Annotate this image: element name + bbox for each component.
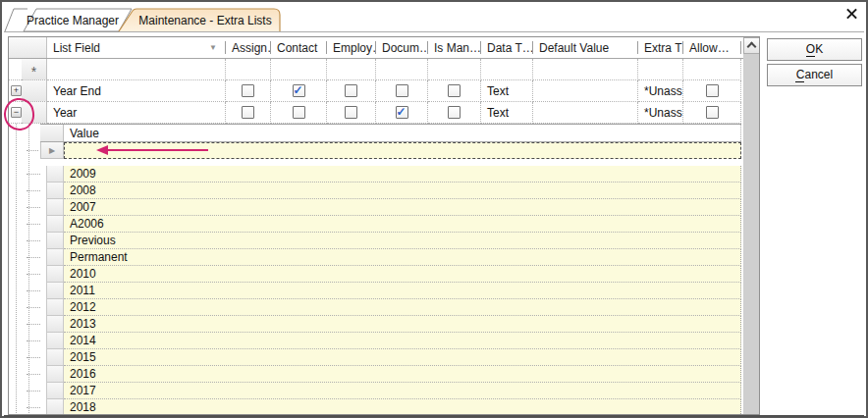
value-cell[interactable]: 2010	[64, 266, 741, 283]
is-mandatory-checkbox[interactable]	[448, 106, 461, 119]
list-field-cell[interactable]: Year End	[47, 80, 226, 102]
new-row[interactable]: *	[9, 59, 759, 80]
value-cell[interactable]: 2012	[64, 299, 741, 316]
value-row[interactable]: A2006	[46, 216, 741, 233]
value-cell[interactable]: 2014	[64, 333, 741, 349]
value-row-header[interactable]	[46, 216, 64, 233]
value-row-header[interactable]	[46, 199, 64, 216]
is-mandatory-cell[interactable]	[428, 102, 481, 124]
allow-cell[interactable]	[683, 80, 741, 102]
value-cell[interactable]: 2017	[64, 383, 741, 399]
document-checkbox[interactable]	[396, 84, 408, 97]
new-row-cell[interactable]	[481, 59, 533, 80]
value-row[interactable]: 2007	[46, 199, 741, 216]
value-row[interactable]: Previous	[46, 233, 741, 249]
assign-checkbox[interactable]	[242, 84, 254, 97]
value-cell[interactable]: 2015	[64, 349, 741, 366]
new-row-cell[interactable]	[327, 59, 376, 80]
value-row-header[interactable]	[46, 183, 64, 199]
column-header-default-value[interactable]: Default Value	[533, 37, 638, 58]
cancel-button[interactable]: Cancel	[767, 64, 862, 86]
value-row[interactable]: 2015	[46, 349, 741, 366]
value-cell[interactable]: Previous	[64, 233, 741, 249]
expand-button[interactable]: +	[11, 85, 22, 96]
value-row-header[interactable]	[46, 249, 64, 266]
employee-cell[interactable]	[327, 102, 376, 124]
document-cell[interactable]	[376, 80, 428, 102]
list-field-cell[interactable]: Year	[47, 102, 226, 124]
value-cell[interactable]: 2018	[64, 399, 741, 415]
value-row[interactable]: 2016	[46, 366, 741, 383]
column-header-is-mandatory[interactable]: Is Man…	[428, 37, 481, 58]
document-cell[interactable]	[376, 102, 428, 124]
value-cell[interactable]: Permanent	[64, 249, 741, 266]
column-header-contact[interactable]: Contact	[271, 37, 327, 58]
employee-checkbox[interactable]	[345, 84, 357, 97]
tab-practice-manager[interactable]: Practice Manager	[26, 13, 120, 28]
column-header-document[interactable]: Docum…	[376, 37, 428, 58]
value-cell[interactable]: 2011	[64, 283, 741, 299]
column-header-allow[interactable]: Allow…	[683, 37, 741, 58]
extra-type-cell[interactable]: *Unass…	[638, 80, 683, 102]
value-cell[interactable]: 2016	[64, 366, 741, 383]
default-value-cell[interactable]	[533, 80, 638, 102]
value-row-header[interactable]	[46, 366, 64, 383]
contact-cell[interactable]	[271, 102, 327, 124]
value-row[interactable]: 2011	[46, 283, 741, 299]
allow-cell[interactable]	[683, 102, 741, 124]
employee-cell[interactable]	[327, 80, 376, 102]
new-row-cell[interactable]	[638, 59, 683, 80]
value-row-header[interactable]	[46, 266, 64, 283]
contact-cell[interactable]	[271, 80, 327, 102]
value-row-header[interactable]	[46, 399, 64, 415]
employee-checkbox[interactable]	[345, 106, 357, 119]
column-header-employee[interactable]: Employ…	[327, 37, 376, 58]
value-row[interactable]: 2013	[46, 316, 741, 333]
is-mandatory-checkbox[interactable]	[448, 84, 461, 97]
value-row[interactable]: 2017	[46, 383, 741, 399]
value-cell[interactable]: 2007	[64, 199, 741, 216]
value-row[interactable]: 2008	[46, 183, 741, 199]
tab-maintenance-extra-lists[interactable]: Maintenance - Extra Lists	[136, 13, 275, 28]
value-row[interactable]: 2010	[46, 266, 741, 283]
value-cell[interactable]: 2013	[64, 316, 741, 333]
value-row[interactable]: 2009	[46, 166, 741, 183]
is-mandatory-cell[interactable]	[428, 80, 481, 102]
value-row-header[interactable]	[46, 333, 64, 349]
extra-type-cell[interactable]: *Unass…	[638, 102, 683, 124]
assign-cell[interactable]	[226, 80, 271, 102]
value-cell[interactable]: 2009	[64, 166, 741, 183]
new-row-cell[interactable]	[683, 59, 741, 80]
contact-checkbox[interactable]	[293, 84, 305, 97]
table-row-year[interactable]: − Year Text *Unass…	[9, 102, 759, 124]
value-row[interactable]: Permanent	[46, 249, 741, 266]
value-row-header[interactable]	[46, 383, 64, 399]
vertical-scrollbar[interactable]	[743, 37, 760, 414]
value-cell[interactable]: 2008	[64, 183, 741, 199]
value-row[interactable]: 2012	[46, 299, 741, 316]
value-cell[interactable]: A2006	[64, 216, 741, 233]
new-row-cell[interactable]	[47, 59, 226, 80]
default-value-cell[interactable]	[533, 102, 638, 124]
new-row-cell[interactable]	[376, 59, 428, 80]
allow-checkbox[interactable]	[706, 106, 719, 119]
value-row[interactable]: 2018	[46, 399, 741, 415]
value-row-header[interactable]	[46, 283, 64, 299]
scroll-up-button[interactable]	[743, 37, 760, 54]
column-header-list-field[interactable]: List Field ▼	[47, 37, 226, 58]
value-row[interactable]: 2014	[46, 333, 741, 349]
value-row-header[interactable]	[46, 233, 64, 249]
column-header-value[interactable]: Value	[64, 125, 741, 141]
allow-checkbox[interactable]	[706, 84, 719, 97]
new-row-cell[interactable]	[428, 59, 481, 80]
document-checkbox[interactable]	[396, 106, 408, 119]
ok-button[interactable]: OK	[767, 38, 862, 61]
new-row-cell[interactable]	[226, 59, 271, 80]
column-header-assign[interactable]: Assign…	[226, 37, 271, 58]
data-type-cell[interactable]: Text	[481, 80, 533, 102]
value-row-header[interactable]	[46, 299, 64, 316]
new-row-cell[interactable]	[271, 59, 327, 80]
value-row-header[interactable]	[46, 316, 64, 333]
new-row-cell[interactable]	[533, 59, 638, 80]
value-row-header[interactable]	[46, 166, 64, 183]
